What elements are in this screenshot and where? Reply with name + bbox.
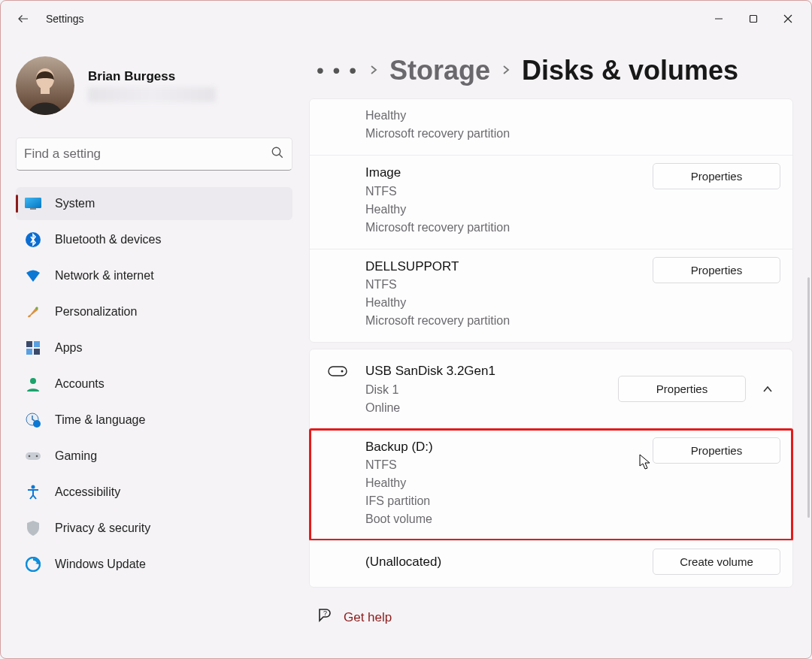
shield-icon — [25, 520, 41, 537]
svg-rect-6 — [30, 208, 36, 210]
svg-point-18 — [32, 485, 35, 489]
svg-point-3 — [272, 147, 280, 156]
display-icon — [25, 195, 41, 212]
sidebar-item-time-language[interactable]: Time & language — [16, 404, 292, 437]
disk-title: USB SanDisk 3.2Gen1 — [365, 361, 495, 381]
sidebar-item-system[interactable]: System — [16, 187, 292, 220]
sidebar-item-label: Privacy & security — [55, 521, 150, 535]
apps-icon — [25, 340, 41, 356]
breadcrumb-storage[interactable]: Storage — [389, 55, 490, 86]
clock-globe-icon — [25, 412, 41, 428]
sidebar-item-privacy[interactable]: Privacy & security — [16, 512, 292, 545]
get-help-link[interactable]: Get help — [344, 610, 392, 625]
search-icon — [271, 146, 284, 162]
user-profile[interactable]: Brian Burgess — [16, 49, 292, 133]
sidebar: Brian Burgess System Bluetooth & devices… — [1, 37, 301, 658]
volume-row-backup[interactable]: Backup (D:) NTFS Healthy IFS partition B… — [310, 429, 792, 541]
disk-line: Disk 1 — [365, 381, 495, 399]
sidebar-item-label: Bluetooth & devices — [55, 233, 161, 246]
breadcrumb: • • • Storage Disks & volumes — [309, 37, 793, 98]
accessibility-icon — [25, 484, 41, 500]
svg-rect-20 — [329, 367, 347, 376]
sidebar-item-update[interactable]: Windows Update — [16, 548, 292, 581]
nav-list: System Bluetooth & devices Network & int… — [16, 187, 292, 581]
sidebar-item-label: Personalization — [55, 305, 137, 319]
breadcrumb-overflow[interactable]: • • • — [317, 59, 358, 83]
title-bar: Settings — [1, 1, 811, 37]
properties-button[interactable]: Properties — [653, 163, 780, 189]
volume-row[interactable]: Image NTFS Healthy Microsoft recovery pa… — [310, 155, 792, 249]
svg-point-17 — [36, 455, 38, 458]
volume-title: Backup (D:) — [365, 437, 433, 457]
chevron-right-icon — [368, 63, 379, 79]
person-icon — [25, 376, 41, 392]
volume-line: NTFS — [365, 183, 510, 201]
svg-point-16 — [29, 455, 31, 458]
search-input[interactable] — [24, 147, 271, 162]
sidebar-item-label: Gaming — [55, 449, 97, 463]
properties-button[interactable]: Properties — [653, 437, 780, 464]
maximize-button[interactable] — [736, 7, 771, 31]
svg-rect-10 — [26, 349, 32, 355]
svg-rect-9 — [34, 341, 40, 347]
mouse-cursor — [639, 454, 651, 470]
create-volume-button[interactable]: Create volume — [653, 549, 780, 575]
sidebar-item-personalization[interactable]: Personalization — [16, 295, 292, 328]
update-icon — [25, 556, 41, 573]
volume-line: Healthy — [365, 474, 433, 492]
svg-text:?: ? — [323, 609, 327, 617]
volume-row-unallocated[interactable]: (Unallocated) Create volume — [310, 540, 792, 587]
disk-line: Online — [365, 399, 495, 417]
svg-rect-15 — [26, 452, 41, 460]
close-button[interactable] — [771, 7, 805, 31]
volume-line: Microsoft recovery partition — [365, 125, 510, 143]
properties-button[interactable]: Properties — [653, 257, 780, 283]
svg-rect-5 — [25, 198, 41, 208]
volume-line: Healthy — [365, 294, 510, 312]
drive-icon — [328, 366, 349, 379]
volume-title: DELLSUPPORT — [365, 257, 510, 277]
sidebar-item-label: Network & internet — [55, 269, 154, 283]
sidebar-item-label: Accounts — [55, 377, 105, 391]
user-email-redacted — [88, 87, 216, 102]
back-button[interactable] — [7, 2, 40, 35]
svg-rect-8 — [26, 341, 32, 347]
scrollbar[interactable] — [807, 277, 810, 518]
sidebar-item-bluetooth[interactable]: Bluetooth & devices — [16, 223, 292, 256]
properties-button[interactable]: Properties — [618, 376, 746, 402]
paintbrush-icon — [25, 304, 41, 320]
sidebar-item-accounts[interactable]: Accounts — [16, 367, 292, 401]
volume-row[interactable]: DELLSUPPORT NTFS Healthy Microsoft recov… — [310, 249, 792, 343]
minimize-button[interactable] — [701, 7, 736, 31]
user-name: Brian Burgess — [88, 69, 216, 84]
collapse-button[interactable] — [755, 376, 780, 402]
disk-panel: USB SanDisk 3.2Gen1 Disk 1 Online Proper… — [309, 349, 793, 588]
volume-row[interactable]: Healthy Microsoft recovery partition — [310, 99, 792, 155]
sidebar-item-network[interactable]: Network & internet — [16, 259, 292, 292]
sidebar-item-apps[interactable]: Apps — [16, 331, 292, 364]
volume-line: IFS partition — [365, 492, 433, 510]
chevron-right-icon — [501, 63, 511, 79]
breadcrumb-current: Disks & volumes — [522, 55, 738, 86]
volume-title: Image — [365, 163, 510, 183]
search-box[interactable] — [16, 138, 292, 171]
main-content: • • • Storage Disks & volumes Healthy Mi… — [301, 37, 811, 658]
disk-header-row[interactable]: USB SanDisk 3.2Gen1 Disk 1 Online Proper… — [310, 349, 792, 429]
sidebar-item-gaming[interactable]: Gaming — [16, 440, 292, 473]
sidebar-item-accessibility[interactable]: Accessibility — [16, 476, 292, 509]
help-icon: ? — [317, 607, 333, 627]
avatar — [16, 56, 74, 115]
help-row: ? Get help — [309, 594, 793, 627]
volume-line: Microsoft recovery partition — [365, 312, 510, 330]
svg-point-21 — [341, 370, 344, 373]
volume-line: Healthy — [365, 201, 510, 219]
sidebar-item-label: Accessibility — [55, 485, 120, 499]
volume-line: Boot volume — [365, 510, 433, 528]
volume-line: NTFS — [365, 456, 433, 474]
svg-rect-11 — [34, 349, 40, 355]
sidebar-item-label: System — [55, 197, 95, 210]
sidebar-item-label: Time & language — [55, 413, 145, 427]
gamepad-icon — [25, 448, 41, 464]
svg-rect-0 — [750, 16, 757, 23]
svg-point-12 — [30, 378, 36, 384]
